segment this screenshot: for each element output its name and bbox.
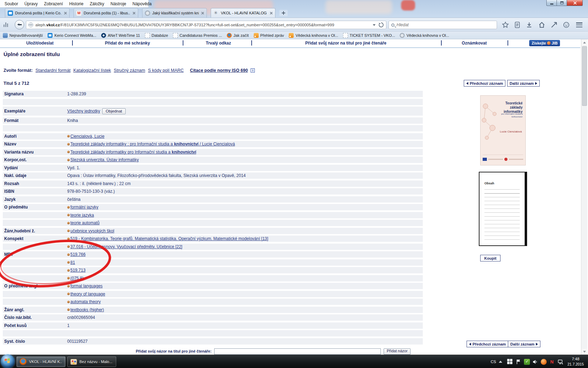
record-link[interactable]: textbooks (higher) [70, 307, 104, 312]
record-link[interactable]: učebnice vysokých škol [70, 229, 114, 233]
scroll-up-icon[interactable] [582, 40, 587, 45]
scrollbar-thumb[interactable] [582, 46, 587, 106]
buy-button[interactable]: Koupit [480, 255, 500, 261]
tab-close-icon[interactable] [201, 12, 204, 15]
record-link[interactable]: Slezská univerzita. Ústav informatiky [70, 157, 139, 162]
toolbar-link[interactable]: Trvalý odkaz [206, 41, 231, 46]
language-indicator[interactable]: CS [491, 360, 496, 364]
bookmark-item[interactable]: Databáze [145, 33, 168, 38]
menu-hamburger-icon[interactable] [576, 22, 582, 27]
book-toc-image[interactable]: Obsah [479, 172, 527, 246]
record-link[interactable]: automata theory [70, 299, 101, 304]
bookmark-item[interactable]: Candidaturas Premios ... [173, 33, 222, 38]
taskbar-button-firefox[interactable]: VKOL - HLAVNÍ K... [16, 356, 65, 367]
format-link[interactable]: S kódy polí MARC [148, 68, 184, 73]
browser-tab[interactable]: Jaký klasifikační systém kni... [142, 8, 207, 18]
record-link[interactable]: Ciencialová, Lucie [70, 134, 104, 139]
updater-icon[interactable] [541, 359, 547, 365]
info-icon[interactable] [251, 68, 255, 73]
previous-record-button-top[interactable]: Předchozí záznam [464, 80, 505, 87]
bookmark-item[interactable]: Vědecká knihovna v Ol... [400, 33, 449, 38]
format-link[interactable]: Standardní formát [35, 68, 70, 73]
action-center-flag-icon[interactable] [516, 359, 522, 365]
search-box[interactable] [388, 21, 497, 29]
tab-close-icon[interactable] [270, 12, 273, 15]
close-button[interactable] [567, 0, 583, 6]
menu-item-nástroje[interactable]: Nástroje [107, 1, 130, 7]
menu-item-úpravy[interactable]: Úpravy [21, 1, 41, 7]
jib-button[interactable]: Získejte JIB [529, 40, 560, 46]
bookmark-item[interactable]: Přehled zpráv [254, 33, 284, 38]
feedback-smiley-icon[interactable] [563, 21, 570, 28]
url-text[interactable]: aleph.vkol.cz/F/81UFX3IMVIC5F5U2NEE6MQ7H… [35, 23, 370, 27]
next-record-button-top[interactable]: Další záznam [507, 80, 540, 87]
toolbar-link[interactable]: Přidat svůj názor na titul pro jiné čten… [305, 41, 386, 46]
add-review-button[interactable]: Přidat názor [384, 348, 411, 355]
antivirus-shield-icon[interactable] [524, 359, 530, 365]
bookmark-item[interactable]: Vědecká knihovna v Ol... [289, 33, 338, 38]
record-link[interactable]: Všechny jednotky [67, 109, 100, 114]
tab-close-icon[interactable] [64, 12, 67, 15]
record-link[interactable]: Teoretické základy informatiky : pro Inf… [70, 142, 235, 146]
clock[interactable]: 7:48 21.7.2015 [567, 356, 584, 367]
record-link[interactable]: 81 [70, 260, 75, 265]
search-input[interactable] [397, 22, 494, 27]
browser-tab[interactable]: VKOL - HLAVNÍ KATALOG ... [211, 8, 275, 18]
back-button[interactable] [15, 20, 24, 29]
volume-icon[interactable] [532, 359, 538, 365]
tray-grid-icon[interactable] [507, 359, 513, 365]
next-record-button-bottom[interactable]: Další záznam [508, 341, 540, 347]
citation-link[interactable]: Citace podle normy ISO 690 [190, 68, 248, 73]
bookmark-star-icon[interactable] [502, 21, 509, 28]
record-link[interactable]: 519 - Kombinatorika. Teorie grafů. Matem… [70, 236, 268, 241]
record-link[interactable]: formální jazyky [70, 205, 98, 210]
toolbar-link[interactable]: Oznámkovat [462, 41, 486, 46]
menu-item-nápověda[interactable]: Nápověda [129, 1, 155, 7]
bookmark-item[interactable]: Nejnavštěvovanější [3, 33, 43, 38]
order-button[interactable]: Objednat [102, 108, 126, 114]
format-link[interactable]: Stručný záznam [114, 68, 145, 73]
menu-item-historie[interactable]: Historie [66, 1, 87, 7]
record-link[interactable]: theory of language [70, 292, 105, 297]
bookmark-item[interactable]: Kerio Connect WebMa... [48, 33, 96, 38]
add-review-input[interactable] [214, 348, 381, 355]
bookmark-item[interactable]: Jak začít [227, 33, 248, 38]
downloads-icon[interactable] [526, 21, 533, 28]
start-button[interactable] [1, 354, 15, 368]
url-dropdown-icon[interactable] [373, 24, 376, 26]
site-identity-globe-icon[interactable] [28, 22, 33, 27]
previous-record-button-bottom[interactable]: Předchozí záznam [467, 341, 508, 347]
record-link[interactable]: 519.766 [70, 252, 85, 257]
browser-tab[interactable]: Doručená pošta | Kerio Co... [5, 8, 70, 18]
record-link[interactable]: formal languages [70, 284, 103, 288]
tray-expand-icon[interactable] [499, 361, 502, 363]
tab-close-icon[interactable] [132, 12, 135, 15]
scroll-down-icon[interactable] [582, 349, 587, 354]
format-link[interactable]: Katalogizační lístek [73, 68, 111, 73]
record-link[interactable]: teorie jazyka [70, 213, 94, 218]
record-link[interactable]: 37.016 - Učební osnovy. Vyučovací předmě… [70, 244, 182, 249]
browser-tab[interactable]: Doručená pošta (1) - libus.... [74, 8, 138, 18]
network-icon[interactable] [558, 359, 564, 365]
vertical-scrollbar[interactable] [581, 39, 587, 355]
menu-item-zobrazení[interactable]: Zobrazení [41, 1, 66, 7]
new-tab-button[interactable] [279, 10, 288, 16]
home-icon[interactable] [538, 21, 545, 28]
maximize-button[interactable] [557, 0, 567, 6]
toolbar-link[interactable]: Přidat do mé schránky [105, 41, 150, 46]
toolbar-link[interactable]: Uložit/odeslat [26, 41, 54, 46]
record-link[interactable]: 519.713 [70, 268, 85, 273]
record-link[interactable]: (075.8) [70, 276, 84, 281]
bookmark-item[interactable]: ANeT WebTime 11 [101, 33, 140, 38]
menu-item-záložky[interactable]: Záložky [86, 1, 107, 7]
minimize-button[interactable] [546, 0, 557, 6]
nod32-icon[interactable] [549, 359, 555, 365]
bookmark-item[interactable]: TICKET SYSTEM - VKO... [343, 33, 395, 38]
address-bar[interactable]: aleph.vkol.cz/F/81UFX3IMVIC5F5U2NEE6MQ7H… [26, 21, 386, 29]
taskbar-button-paint[interactable]: Bez názvu - Malo... [67, 356, 116, 367]
activity-bars-icon[interactable] [4, 22, 9, 27]
menu-item-soubor[interactable]: Soubor [1, 1, 21, 7]
reading-list-icon[interactable] [514, 21, 521, 28]
reload-icon[interactable] [378, 22, 384, 28]
record-link[interactable]: Teoretické základy informatiky pro Infor… [70, 150, 196, 155]
